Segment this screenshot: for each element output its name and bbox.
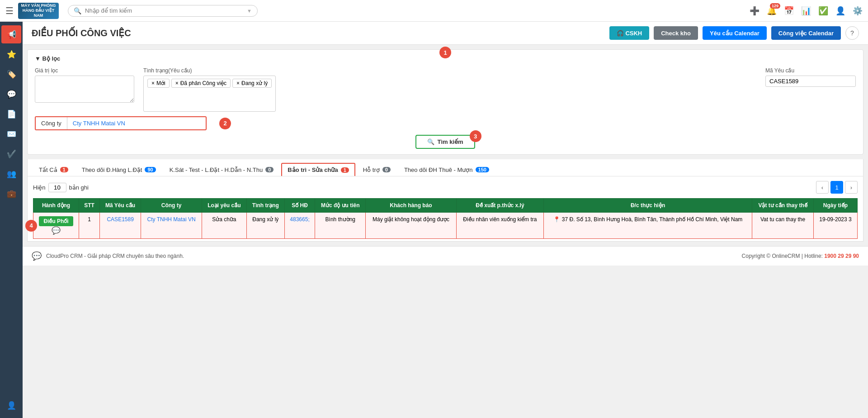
- user-icon[interactable]: 👤: [835, 6, 845, 16]
- tag-moi-close[interactable]: ×: [151, 80, 155, 86]
- help-button[interactable]: ?: [845, 26, 859, 40]
- tag-da-phan-close[interactable]: ×: [175, 80, 179, 86]
- check-kho-button[interactable]: Check kho: [654, 26, 698, 40]
- sidebar-item-document[interactable]: 📄: [1, 105, 21, 123]
- tag-da-phan[interactable]: × Đã phân Công việc: [171, 79, 231, 88]
- calendar-icon[interactable]: 📅: [784, 6, 794, 16]
- tab-ho-tro-badge: 0: [382, 167, 391, 172]
- tab-tat-ca[interactable]: Tất Cả 1: [33, 163, 74, 176]
- sidebar-item-mail[interactable]: ✉️: [1, 125, 21, 143]
- col-stt: STT: [79, 199, 100, 213]
- filter-group-ma-yc: Mã Yêu cầu: [765, 67, 856, 87]
- col-so-hd: Số HĐ: [284, 199, 315, 213]
- tinh-trang-tags[interactable]: × Mới × Đã phân Công việc × Đang xử lý: [143, 76, 276, 112]
- sidebar-item-chat[interactable]: 💬: [1, 85, 21, 103]
- cell-vat-tu: Vat tu can thay the: [752, 213, 814, 239]
- navbar-actions: ➕ 🔔 129 📅 📊 ✅ 👤 ⚙️: [750, 6, 863, 16]
- task-icon[interactable]: ✅: [818, 6, 828, 16]
- notification-icon[interactable]: 🔔 129: [767, 6, 777, 16]
- search-input[interactable]: [85, 7, 243, 14]
- map-pin-icon: 📍: [553, 216, 560, 223]
- tag-dang-xu-ly-close[interactable]: ×: [236, 80, 240, 86]
- step2-container: 2: [219, 118, 231, 129]
- tab-tat-ca-label: Tất Cả: [39, 166, 57, 173]
- tab-theo-doi-dh-label: Theo dõi ĐH Thuê - Mượn: [404, 166, 473, 173]
- tab-theo-doi-dh-badge: 150: [476, 167, 489, 172]
- search-button[interactable]: 🔍 Tìm kiếm: [415, 135, 475, 149]
- table-info-row: Hiện bản ghi ‹ 1 ›: [33, 181, 858, 194]
- tag-moi[interactable]: × Mới: [147, 79, 170, 88]
- page-1-button[interactable]: 1: [830, 181, 843, 194]
- company-label: Công ty: [36, 117, 67, 129]
- tab-theo-doi[interactable]: Theo dõi Đ.Hàng L.Đặt 90: [76, 163, 162, 176]
- company-filter-row: Công ty Cty TNHH Matai VN: [35, 116, 207, 130]
- step-badge-1: 1: [439, 47, 451, 58]
- sidebar-item-group[interactable]: 👥: [1, 165, 21, 183]
- header-buttons: 🎧 CSKH Check kho Yêu cầu Calendar Công v…: [609, 26, 859, 40]
- hien-label: Hiện: [33, 184, 46, 191]
- tab-theo-doi-label: Theo dõi Đ.Hàng L.Đặt: [82, 166, 142, 173]
- sidebar-item-tag[interactable]: 🏷️: [1, 65, 21, 83]
- cell-so-hd: 483665;: [284, 213, 315, 239]
- search-btn-row: 🔍 Tìm kiếm 3: [35, 135, 856, 149]
- filter-row-2: Công ty Cty TNHH Matai VN 2: [35, 116, 856, 130]
- tab-ksat[interactable]: K.Sát - Test - L.Đặt - H.Dẫn - N.Thu 0: [164, 163, 280, 176]
- per-page-input[interactable]: [48, 183, 66, 192]
- sidebar-item-star[interactable]: ⭐: [1, 45, 21, 63]
- table-row: 4 Điều Phối 💬 1 CASE1589 Cty TNHH Matai …: [33, 213, 858, 239]
- logo-area: MÁY VĂN PHÒNG HÀNG ĐẦU VIỆT NAM: [18, 3, 59, 19]
- col-ngay-tiep: Ngày tiếp: [813, 199, 857, 213]
- col-loai-yeu-cau: Loại yêu cầu: [202, 199, 246, 213]
- gia-tri-loc-label: Giá trị lọc: [35, 67, 134, 74]
- chart-icon[interactable]: 📊: [801, 6, 811, 16]
- tag-da-phan-label: Đã phân Công việc: [180, 80, 226, 86]
- chat-icon[interactable]: 💬: [52, 227, 61, 234]
- search-dropdown-icon[interactable]: ▼: [247, 8, 252, 14]
- step-badge-3: 3: [470, 130, 481, 142]
- filter-group-gia-tri: Giá trị lọc: [35, 67, 134, 103]
- cell-muc-do: Bình thường: [315, 213, 366, 239]
- so-hd-link[interactable]: 483665;: [290, 216, 309, 223]
- tab-bao-tri[interactable]: Bảo trì - Sửa chữa 1: [281, 163, 355, 176]
- next-page-button[interactable]: ›: [845, 181, 858, 194]
- cskh-button[interactable]: 🎧 CSKH: [609, 26, 649, 40]
- pagination: ‹ 1 ›: [816, 181, 858, 194]
- step-badge-2: 2: [219, 118, 231, 129]
- ma-yeu-cau-input[interactable]: [765, 76, 856, 87]
- tinh-trang-label: Tình trạng(Yêu cầu): [143, 67, 276, 74]
- col-de-xuat: Đề xuất p.thức x.lý: [456, 199, 543, 213]
- sidebar-item-briefcase[interactable]: 💼: [1, 185, 21, 203]
- cell-loai-yeu-cau: Sửa chữa: [202, 213, 246, 239]
- yeu-cau-calendar-button[interactable]: Yêu cầu Calendar: [703, 26, 767, 40]
- hamburger-menu[interactable]: ☰: [5, 5, 14, 16]
- tag-dang-xu-ly[interactable]: × Đang xử lý: [232, 79, 272, 88]
- cell-ngay-tiep: 19-09-2023 3: [813, 213, 857, 239]
- prev-page-button[interactable]: ‹: [816, 181, 829, 194]
- add-icon[interactable]: ➕: [750, 6, 760, 16]
- footer-right: Copyright © OnlineCRM | Hotline: 1900 29…: [742, 253, 859, 259]
- settings-icon[interactable]: ⚙️: [853, 6, 863, 16]
- tab-theo-doi-dh[interactable]: Theo dõi ĐH Thuê - Mượn 150: [398, 163, 495, 176]
- company-value[interactable]: Cty TNHH Matai VN: [67, 117, 206, 129]
- dieu-phoi-button[interactable]: Điều Phối: [39, 216, 73, 226]
- table-info: Hiện bản ghi: [33, 183, 89, 192]
- gia-tri-loc-input[interactable]: [35, 76, 134, 103]
- filter-section: ▼ Bộ lọc Giá trị lọc Tình trạng(Yêu cầu)…: [27, 49, 863, 155]
- tab-ho-tro[interactable]: Hỗ trợ 0: [357, 163, 396, 176]
- table-body: 4 Điều Phối 💬 1 CASE1589 Cty TNHH Matai …: [33, 213, 858, 239]
- tabs-row: Tất Cả 1 Theo dõi Đ.Hàng L.Đặt 90 K.Sát …: [33, 163, 858, 176]
- sidebar-item-check[interactable]: ✔️: [1, 145, 21, 163]
- cong-viec-calendar-button[interactable]: Công việc Calendar: [771, 26, 841, 40]
- company-link[interactable]: Cty TNHH Matai VN: [147, 216, 196, 223]
- step-badge-4: 4: [25, 220, 37, 232]
- search-bar[interactable]: 🔍 ▼: [68, 5, 258, 17]
- footer-brand: CloudPro CRM - Giải pháp CRM chuyên sâu …: [46, 253, 184, 259]
- search-btn-label: Tìm kiếm: [437, 138, 463, 145]
- footer-chat-icon[interactable]: 💬: [32, 251, 42, 261]
- sidebar-item-person[interactable]: 👤: [1, 396, 21, 414]
- case-link[interactable]: CASE1589: [107, 216, 133, 223]
- col-dia-chi: Đ/c thực hiện: [543, 199, 752, 213]
- cell-stt: 1: [79, 213, 100, 239]
- sidebar-item-megaphone[interactable]: 📢: [1, 25, 21, 43]
- ma-yeu-cau-label: Mã Yêu cầu: [765, 67, 856, 74]
